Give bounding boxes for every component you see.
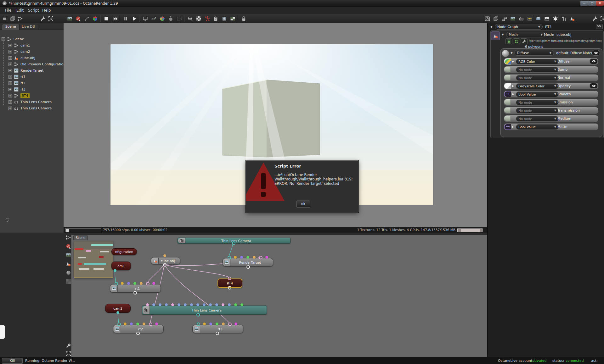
kill-button[interactable]: Kill <box>2 358 23 364</box>
input-pin[interactable] <box>228 256 231 259</box>
input-pin[interactable] <box>240 256 243 259</box>
bring-forward-icon[interactable] <box>501 15 508 22</box>
node-graph-minimap[interactable] <box>74 241 113 278</box>
expand-box-icon[interactable]: + <box>8 69 12 72</box>
material-type-dropdown[interactable]: Diffuse▼ <box>514 50 554 56</box>
input-pin[interactable] <box>152 303 155 306</box>
graph-node-tlc-bottom[interactable]: Thin Lens Camera <box>142 306 267 315</box>
material-collapse-icon[interactable]: ▼ <box>511 51 513 54</box>
node-type-dropdown-medium[interactable]: No node▼ <box>516 116 559 122</box>
link-nodes-icon[interactable] <box>65 234 72 241</box>
tree-item-cube-obj[interactable]: +cube.obj <box>8 55 35 61</box>
none-swatch-icon[interactable] <box>504 67 511 72</box>
input-pin[interactable] <box>234 256 237 259</box>
bool-swatch-icon[interactable]: ++ <box>504 124 511 130</box>
expand-box-icon[interactable]: + <box>8 94 12 97</box>
node-type-dropdown-bump[interactable]: No node▼ <box>516 67 559 73</box>
sphere-icon[interactable] <box>65 269 72 276</box>
node-type-dropdown-opacity[interactable]: Greyscale Color▼ <box>516 83 559 89</box>
menu-help[interactable]: Help <box>40 8 53 13</box>
outliner-icon[interactable] <box>2 15 8 22</box>
input-pin[interactable] <box>209 323 212 325</box>
spray-icon[interactable] <box>204 15 211 22</box>
input-pin[interactable] <box>115 282 118 285</box>
camera-icon[interactable] <box>518 15 525 22</box>
input-pin[interactable] <box>240 303 243 306</box>
input-pin[interactable] <box>216 323 218 325</box>
save-image-icon[interactable] <box>221 15 228 22</box>
texture-icon[interactable] <box>65 278 72 285</box>
none-swatch-icon[interactable] <box>504 108 511 113</box>
slider-icon[interactable] <box>526 15 533 22</box>
histogram-icon[interactable] <box>543 15 550 22</box>
input-pin[interactable] <box>184 303 187 306</box>
input-pin[interactable] <box>136 323 139 325</box>
resize-icon[interactable] <box>83 15 90 22</box>
visibility-eye-icon[interactable] <box>590 58 598 64</box>
rewind-icon[interactable] <box>111 15 118 22</box>
input-pin[interactable] <box>171 303 174 306</box>
node-type-dropdown-matte[interactable]: Bool Value▼ <box>516 124 559 130</box>
output-pin[interactable] <box>133 291 137 295</box>
expand-icon[interactable] <box>65 350 72 357</box>
input-pin[interactable] <box>234 303 237 306</box>
node-edge[interactable] <box>147 264 164 283</box>
expand-box-icon[interactable]: + <box>8 75 12 79</box>
output-pin[interactable] <box>228 286 231 290</box>
link-nodes-icon[interactable] <box>17 15 24 22</box>
expand-box-icon[interactable]: + <box>8 107 12 110</box>
input-pin[interactable] <box>146 303 149 306</box>
input-pin[interactable] <box>228 303 231 306</box>
checkerboard-icon[interactable] <box>195 15 202 22</box>
none-swatch-icon[interactable] <box>504 116 511 121</box>
background-image-icon[interactable] <box>229 15 236 22</box>
output-pin[interactable] <box>196 313 200 317</box>
input-pin[interactable] <box>228 277 231 280</box>
tree-item-rendertarget[interactable]: +RenderTarget <box>8 68 43 73</box>
input-pin[interactable] <box>140 282 143 285</box>
input-pin[interactable] <box>197 323 200 326</box>
wrench-icon[interactable] <box>591 15 598 22</box>
clipboard-icon[interactable] <box>212 15 219 22</box>
expand-box-icon[interactable]: + <box>8 88 12 91</box>
input-pin[interactable] <box>149 323 152 326</box>
expand-node-icon[interactable]: ▶ <box>512 125 514 128</box>
node-graph-tab-scene[interactable]: Scene <box>73 235 88 240</box>
picture-icon[interactable] <box>509 15 516 22</box>
tree-item-rt1[interactable]: +rt1 <box>8 74 25 80</box>
monitor-icon[interactable] <box>142 15 149 22</box>
tree-item-thin-lens-camera[interactable]: +Thin Lens Camera <box>8 105 52 111</box>
output-pin[interactable] <box>116 311 119 314</box>
input-pin[interactable] <box>165 303 168 306</box>
input-pin[interactable] <box>133 282 136 285</box>
grey-swatch-icon[interactable] <box>504 83 511 89</box>
output-pin[interactable] <box>163 263 167 267</box>
input-pin[interactable] <box>203 303 206 306</box>
node-type-dropdown-emission[interactable]: No node▼ <box>516 100 559 105</box>
input-pin[interactable] <box>196 303 199 306</box>
copy-layers-icon[interactable] <box>9 15 16 22</box>
expand-node-icon[interactable]: ▶ <box>512 60 514 63</box>
wrench-icon[interactable] <box>65 342 72 349</box>
input-pin[interactable] <box>124 323 127 325</box>
input-pin[interactable] <box>246 256 249 259</box>
mesh-type-dropdown[interactable]: Mesh▼ <box>506 32 545 37</box>
lens-icon[interactable] <box>187 15 194 22</box>
no-render-icon[interactable] <box>65 243 72 250</box>
input-pin[interactable] <box>253 256 256 259</box>
input-pin[interactable] <box>222 303 224 306</box>
expand-box-icon[interactable]: + <box>8 50 12 53</box>
film-icon[interactable] <box>535 15 542 22</box>
collapse-triangle-icon[interactable]: ▼ <box>490 25 493 28</box>
output-pin[interactable] <box>232 241 235 245</box>
node-graph-type-dropdown[interactable]: Node Graph▼ <box>495 24 543 30</box>
color-wheel-icon[interactable] <box>159 15 166 22</box>
tab-live-db[interactable]: Live DB <box>18 24 38 30</box>
rgb-swatch-icon[interactable] <box>504 58 511 64</box>
expand-node-icon[interactable]: ▶ <box>512 93 514 96</box>
expand-icon[interactable] <box>47 15 54 22</box>
output-pin[interactable] <box>246 265 250 269</box>
picture-icon[interactable] <box>65 251 72 258</box>
maximize-button[interactable]: ▢ <box>588 1 596 6</box>
expand-box-icon[interactable]: + <box>8 100 12 104</box>
